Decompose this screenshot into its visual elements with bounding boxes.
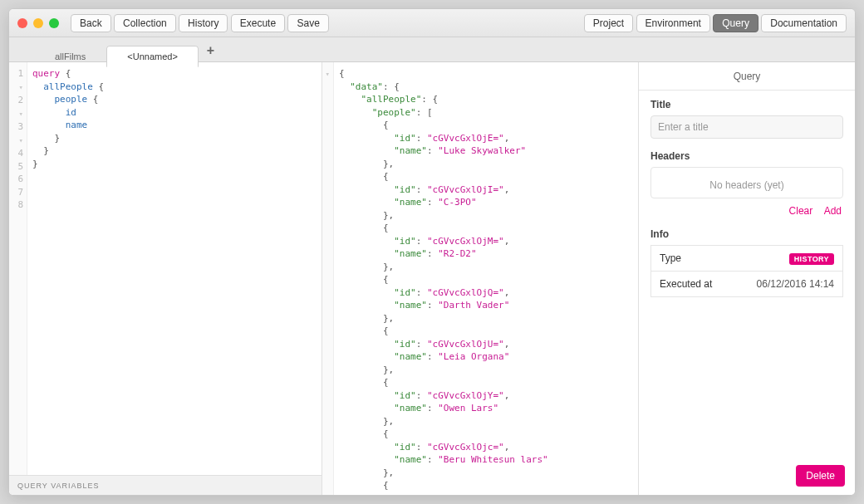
close-icon[interactable] — [17, 18, 27, 28]
info-section-label: Info — [650, 228, 843, 240]
tab-bar: allFilms<Unnamed> + — [9, 37, 855, 62]
results-viewer[interactable]: { "data": { "allPeople": { "people": [ {… — [334, 62, 638, 495]
query-editor-pane: 1 ▾ 2 ▾ 3 ▾ 4 5 6 7 8 query { allPeople … — [9, 62, 322, 495]
add-tab-button[interactable]: + — [199, 40, 223, 61]
query-button[interactable]: Query — [713, 14, 758, 32]
execute-button[interactable]: Execute — [231, 14, 285, 32]
back-button[interactable]: Back — [71, 14, 111, 32]
info-table: Type HISTORY Executed at 06/12/2016 14:1… — [650, 245, 843, 297]
app-window: Back Collection History Execute Save Pro… — [8, 8, 856, 496]
main-area: 1 ▾ 2 ▾ 3 ▾ 4 5 6 7 8 query { allPeople … — [9, 62, 855, 495]
info-executed-value: 06/12/2016 14:14 — [732, 272, 842, 297]
info-type-label: Type — [651, 246, 733, 272]
query-variables-toggle[interactable]: QUERY VARIABLES — [9, 475, 322, 495]
project-button[interactable]: Project — [584, 14, 633, 32]
headers-section-label: Headers — [650, 150, 843, 162]
history-badge: HISTORY — [789, 253, 834, 265]
query-editor[interactable]: query { allPeople { people { id name } }… — [27, 62, 322, 475]
headers-empty-state: No headers (yet) — [650, 167, 843, 198]
titlebar: Back Collection History Execute Save Pro… — [9, 9, 855, 37]
title-input[interactable] — [650, 115, 843, 139]
title-section-label: Title — [650, 99, 843, 110]
editor-gutter: 1 ▾ 2 ▾ 3 ▾ 4 5 6 7 8 — [9, 62, 27, 475]
history-button[interactable]: History — [179, 14, 228, 32]
results-gutter: ▾ — [322, 62, 334, 495]
info-executed-label: Executed at — [651, 272, 733, 297]
inspector-pane: Query Title Headers No headers (yet) Cle… — [639, 62, 855, 495]
headers-clear-link[interactable]: Clear — [789, 205, 813, 217]
traffic-lights — [17, 18, 59, 28]
minimize-icon[interactable] — [33, 18, 43, 28]
delete-button[interactable]: Delete — [796, 465, 845, 487]
headers-add-link[interactable]: Add — [824, 205, 842, 217]
left-toolbar: Back Collection History Execute Save — [71, 14, 329, 32]
zoom-icon[interactable] — [49, 18, 59, 28]
save-button[interactable]: Save — [287, 14, 328, 32]
documentation-button[interactable]: Documentation — [761, 14, 847, 32]
results-pane: ▾ { "data": { "allPeople": { "people": [… — [322, 62, 639, 495]
collection-button[interactable]: Collection — [114, 14, 176, 32]
environment-button[interactable]: Environment — [636, 14, 710, 32]
right-toolbar: Project Environment Query Documentation — [584, 14, 847, 32]
inspector-header: Query — [639, 62, 855, 91]
